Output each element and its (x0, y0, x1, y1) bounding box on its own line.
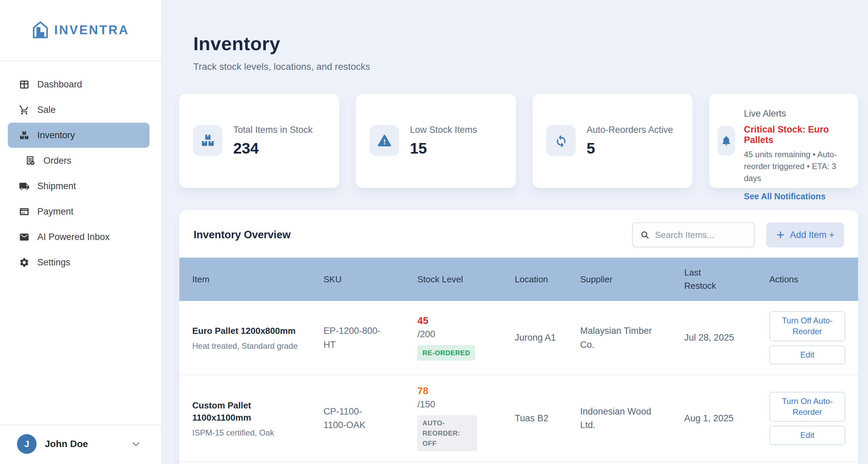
chevron-down-icon (130, 438, 142, 450)
column-header-supplier: Supplier (580, 274, 684, 285)
stat-label: Low Stock Items (410, 124, 477, 136)
sidebar-item-label: Settings (37, 257, 71, 268)
item-name: Euro Pallet 1200x800mm (192, 325, 308, 337)
sidebar-item-ai-inbox[interactable]: AI Powered Inbox (8, 224, 150, 249)
sidebar-item-label: Payment (37, 206, 74, 217)
brand-name: INVENTRA (54, 23, 129, 37)
page-subtitle: Track stock levels, locations, and resto… (193, 61, 859, 72)
item-location: Jurong A1 (515, 331, 580, 345)
alert-detail: 45 units remaining • Auto-reorder trigge… (744, 149, 850, 184)
table-header: Item SKU Stock Level Location Supplier L… (179, 258, 858, 301)
table-row: Pine Pallet 1200x1000mm PP-1200-1000- 32… (179, 461, 858, 464)
plus-icon (776, 230, 785, 240)
sidebar-item-label: AI Powered Inbox (37, 232, 110, 242)
last-restock-date: Aug 1, 2025 (684, 411, 763, 425)
item-supplier: Indonesian Wood Ltd. (580, 405, 655, 432)
cart-icon (19, 105, 29, 115)
boxes-icon (19, 130, 29, 141)
sidebar-item-label: Shipment (37, 181, 76, 191)
warning-triangle-icon (370, 125, 399, 156)
sidebar-item-label: Orders (43, 156, 72, 166)
avatar: J (17, 434, 37, 454)
truck-icon (19, 181, 29, 191)
stock-capacity: /150 (417, 399, 515, 410)
see-all-notifications-link[interactable]: See All Notifications (744, 191, 826, 201)
search-box (632, 222, 755, 247)
add-item-button[interactable]: Add Item + (766, 222, 844, 247)
add-item-label: Add Item + (790, 230, 834, 240)
stock-number: 45 (417, 315, 515, 326)
toggle-auto-reorder-button[interactable]: Turn Off Auto-Reorder (769, 311, 845, 341)
boxes-icon (193, 125, 222, 156)
stat-label: Total Items in Stock (233, 124, 313, 136)
sidebar-item-inventory[interactable]: Inventory (8, 123, 150, 148)
item-sku: CP-1100-1100-OAK (323, 405, 384, 432)
page-title: Inventory (193, 33, 859, 55)
item-sku: EP-1200-800-HT (323, 324, 384, 351)
stat-card-auto-reorders: Auto-Reorders Active 5 (532, 93, 693, 188)
stat-value: 5 (587, 140, 673, 157)
search-input[interactable] (655, 230, 747, 240)
item-desc: ISPM-15 certified, Oak (192, 428, 323, 438)
alert-title: Critical Stock: Euro Pallets (744, 124, 850, 145)
main-content: Inventory Track stock levels, locations,… (162, 0, 868, 464)
stat-card-low-stock: Low Stock Items 15 (356, 93, 516, 188)
column-header-location: Location (515, 274, 580, 285)
live-alerts-card: Live Alerts Critical Stock: Euro Pallets… (709, 93, 859, 188)
column-header-restock: Last Restock (684, 266, 726, 292)
item-location: Tuas B2 (515, 411, 580, 425)
stock-number: 78 (417, 385, 515, 397)
stat-value: 15 (410, 140, 477, 157)
dashboard-grid-icon (19, 79, 29, 90)
section-title: Inventory Overview (194, 229, 632, 241)
brand-logo: INVENTRA (0, 0, 161, 61)
stat-value: 234 (233, 140, 313, 157)
user-menu[interactable]: J John Doe (0, 425, 161, 454)
edit-button[interactable]: Edit (769, 426, 845, 445)
sidebar-item-label: Dashboard (37, 79, 82, 90)
sidebar-item-orders[interactable]: Orders (8, 148, 150, 173)
status-badge: AUTO-REORDER: OFF (417, 415, 477, 451)
column-header-stock: Stock Level (417, 274, 515, 285)
search-icon (640, 230, 650, 240)
stat-card-total-items: Total Items in Stock 234 (179, 93, 339, 188)
table-row: Euro Pallet 1200x800mm Heat treated, Sta… (179, 301, 858, 375)
toggle-auto-reorder-button[interactable]: Turn On Auto-Reorder (769, 392, 845, 422)
stats-row: Total Items in Stock 234 Low Stock Items… (179, 93, 859, 188)
column-header-actions: Actions (763, 274, 858, 285)
sidebar-item-settings[interactable]: Settings (8, 250, 150, 275)
sidebar-item-payment[interactable]: Payment (8, 199, 150, 224)
sidebar-item-label: Sale (37, 105, 56, 115)
sidebar: INVENTRA Dashboard Sale (0, 0, 162, 464)
receipt-check-icon (25, 156, 36, 166)
item-desc: Heat treated, Standard grade (192, 341, 323, 351)
edit-button[interactable]: Edit (769, 345, 845, 364)
item-name: Custom Pallet 1100x1100mm (192, 399, 308, 424)
column-header-item: Item (192, 274, 323, 285)
stat-label: Auto-Reorders Active (587, 124, 673, 136)
bell-icon (717, 126, 735, 156)
column-header-sku: SKU (323, 274, 417, 285)
inventory-overview-card: Inventory Overview Add Item + Item SKU S… (179, 210, 859, 464)
sidebar-item-dashboard[interactable]: Dashboard (8, 72, 150, 97)
table-row: Custom Pallet 1100x1100mm ISPM-15 certif… (179, 375, 858, 461)
last-restock-date: Jul 28, 2025 (684, 331, 763, 345)
item-supplier: Malaysian Timber Co. (580, 324, 655, 351)
gear-icon (19, 257, 29, 268)
stock-capacity: /200 (417, 329, 515, 340)
sidebar-item-label: Inventory (37, 130, 75, 141)
sync-icon (546, 125, 576, 156)
sidebar-item-sale[interactable]: Sale (8, 97, 150, 122)
user-name: John Doe (45, 439, 122, 449)
status-badge: RE-ORDERED (417, 345, 475, 361)
credit-card-icon (19, 206, 29, 217)
sidebar-nav: Dashboard Sale (0, 61, 161, 275)
live-alerts-title: Live Alerts (744, 108, 850, 119)
sidebar-item-shipment[interactable]: Shipment (8, 174, 150, 199)
envelope-icon (19, 232, 29, 242)
house-logo-icon (29, 19, 52, 41)
